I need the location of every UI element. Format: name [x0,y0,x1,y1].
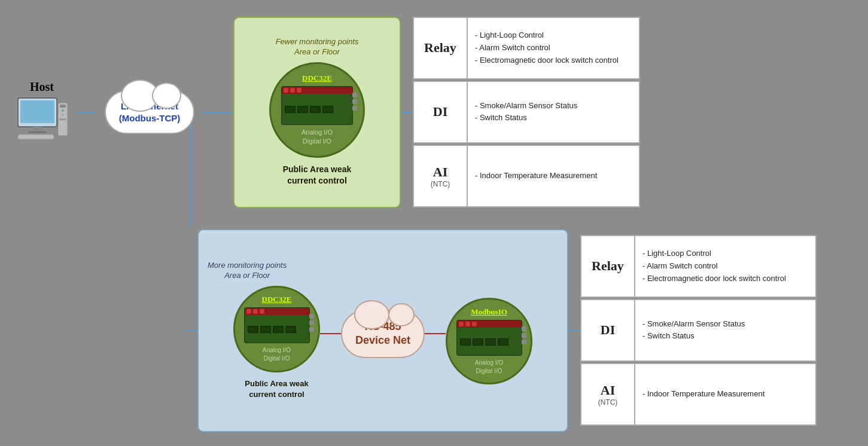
rs485-cloud-container: RS-485 Device Net [341,310,425,358]
area-label-top: Fewer monitoring points Area or Floor [276,37,359,57]
svg-rect-9 [18,135,54,139]
pcb-top-bar [282,87,352,94]
ai-subtype-bottom: (NTC) [598,398,618,407]
ai-type-bottom: AI [601,383,615,398]
chip-3 [310,106,321,113]
ai-item-1-top: - Indoor Temperature Measurement [475,170,632,182]
chip-4 [322,106,333,113]
green-area-top: Fewer monitoring points Area or Floor DD… [233,17,401,208]
right-panel-bottom: Relay - Light-Loop Control - Alarm Switc… [580,235,817,426]
chip-b4 [285,326,296,333]
area-control-label-top: Public Area weak current control [283,164,352,187]
ai-label-cell-top: AI (NTC) [414,146,468,206]
relay-item-3-bottom: - Electromagnetic door lock switch contr… [642,273,808,285]
port-m2 [522,333,526,338]
ai-type-top: AI [433,164,447,180]
svg-rect-2 [33,127,42,132]
line-blue-to-panel-bottom [568,330,580,331]
pcb-chips-modbus [457,337,522,347]
pcb-board-bottom [244,307,310,343]
chip-m2 [473,338,483,346]
di-box-top: DI - Smoke/Alarm Sensor Status - Switch … [413,81,640,143]
port-3 [352,106,357,111]
relay-label-cell-bottom: Relay [581,236,635,297]
pcb-conn-m3 [472,322,477,326]
port-m1 [522,326,526,331]
pcb-chips-bottom [245,325,309,334]
pcb-board-modbus [456,320,522,356]
ddc-label-top: DDC32E [302,74,332,83]
pcb-conn-m1 [459,322,464,326]
ai-label-cell-bottom: AI (NTC) [581,364,635,424]
di-box-bottom: DI - Smoke/Alarm Sensor Status - Switch … [580,299,817,362]
port-b1 [309,314,314,319]
relay-item-1-top: - Light-Loop Control [475,29,632,42]
io-label-bottom: Analog I/O Digital I/O [263,346,291,363]
top-section: Host [6,6,862,218]
chip-1 [285,106,296,113]
rs485-text-line1: RS-485 [354,320,412,334]
ddc-bottom-container: DDC32E [233,286,320,400]
port-b3 [309,327,314,332]
line-rs485-to-modbus [425,333,446,334]
di-item-2-bottom: - Switch Status [642,330,808,343]
di-type-top: DI [433,104,447,120]
svg-point-7 [62,114,64,115]
computer-icon [15,97,69,145]
pcb-conn-1 [284,88,288,93]
io-label-top: Analog I/O Digital I/O [301,128,333,146]
relay-item-3-top: - Electromagnetic door lock switch contr… [475,54,632,67]
chip-2 [297,106,308,113]
modbus-container: ModbusIO [446,298,532,387]
pcb-conn-m2 [465,322,470,326]
port-m3 [522,340,526,344]
pcb-top-bar-modbus [457,320,522,328]
port-1 [352,93,357,97]
relay-item-2-bottom: - Alarm Switch control [642,260,808,273]
ai-box-top: AI (NTC) - Indoor Temperature Measuremen… [413,145,640,207]
chip-b3 [273,326,284,333]
bottom-devices-row: DDC32E [208,286,558,400]
lan-text-line1: LAN Ethernet [118,100,181,112]
ddc-label-bottom: DDC32E [262,295,292,304]
cloud-shape-lan: LAN Ethernet (Modbus-TCP) [105,90,194,134]
right-panel-top: Relay - Light-Loop Control - Alarm Switc… [413,17,640,208]
bottom-section: More monitoring points Area or Floor DDC… [6,224,862,436]
di-item-2-top: - Switch Status [475,112,632,124]
di-type-bottom: DI [601,322,615,338]
host-block: Host [6,80,78,145]
green-circle-top: DDC32E [269,62,365,158]
relay-box-top: Relay - Light-Loop Control - Alarm Switc… [413,17,640,80]
port-b2 [309,320,314,325]
green-circle-modbus: ModbusIO [446,298,532,384]
host-label: Host [30,80,54,94]
area-label-bottom: More monitoring points Area or Floor [208,261,287,281]
pcb-conn-2 [290,88,295,93]
relay-type-top: Relay [424,40,456,56]
relay-content-top: - Light-Loop Control - Alarm Switch cont… [468,18,639,78]
ai-content-bottom: - Indoor Temperature Measurement [635,364,815,424]
pcb-conn-b3 [260,309,264,314]
pcb-conn-3 [297,88,301,93]
port-2 [352,99,357,104]
pcb-conn-b2 [253,309,258,314]
pcb-chips-top [282,105,352,114]
svg-rect-5 [60,105,66,108]
ai-content-top: - Indoor Temperature Measurement [468,146,639,206]
relay-item-2-top: - Alarm Switch control [475,42,632,54]
main-container: Host [0,0,868,446]
ai-item-1-bottom: - Indoor Temperature Measurement [642,388,808,401]
chip-m1 [460,338,471,346]
relay-box-bottom: Relay - Light-Loop Control - Alarm Switc… [580,235,817,298]
line-ddc-to-rs485 [320,333,341,334]
line-host-to-lan [78,112,96,113]
di-label-cell-top: DI [414,82,468,142]
relay-type-bottom: Relay [592,258,624,274]
di-label-cell-bottom: DI [581,300,635,361]
di-item-1-top: - Smoke/Alarm Sensor Status [475,100,632,112]
svg-rect-1 [20,100,54,123]
relay-label-cell-top: Relay [414,18,468,78]
lan-text-line2: (Modbus-TCP) [118,112,181,124]
modbus-label: ModbusIO [471,307,507,317]
pcb-board-top [281,86,353,125]
